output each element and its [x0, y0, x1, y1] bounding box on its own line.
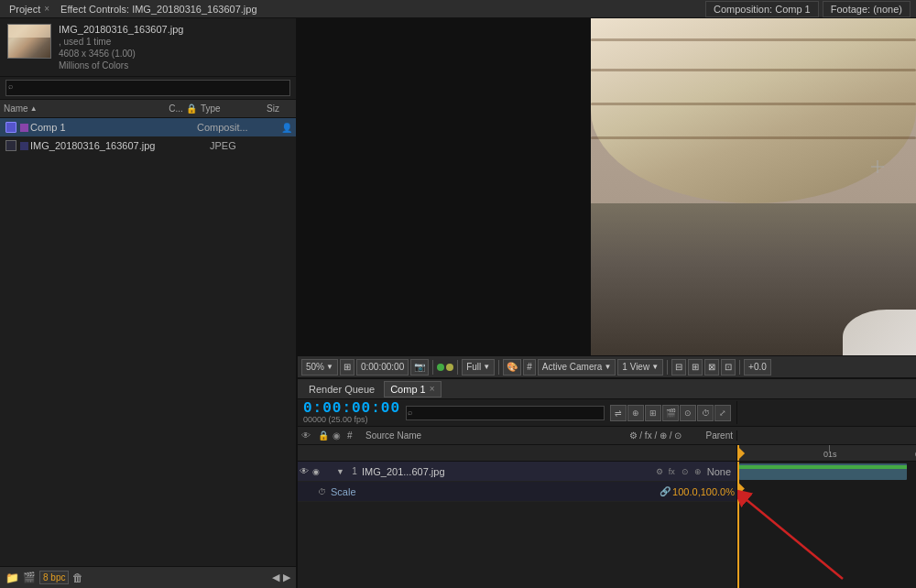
crosshair-marker	[871, 160, 884, 173]
item-color-swatch	[20, 124, 28, 132]
file-dimensions-label: 4608 x 3456 (1.00)	[59, 49, 183, 59]
footage-tab-header: Footage: (none)	[823, 1, 911, 17]
snapshot-btn[interactable]: 📷	[410, 359, 429, 376]
layer-fx-icon[interactable]: fx	[669, 467, 682, 476]
effect-controls-tab[interactable]: Effect Controls: IMG_20180316_163607.jpg	[57, 2, 260, 16]
comp-tab-close[interactable]: ×	[430, 384, 435, 394]
new-comp-icon[interactable]: 🎬	[23, 572, 36, 583]
num-col-header: #	[347, 430, 362, 441]
size-col-header: Siz	[267, 103, 292, 114]
timeline-columns-header: 👁 🔒 ◉ # Source Name ⚙ / fx / ⊕ / ⊙ Paren…	[298, 427, 916, 445]
property-name: Scale	[331, 486, 658, 497]
comp-layout-btns2[interactable]: ⊞	[688, 359, 703, 376]
quality-dropdown[interactable]: Full ▼	[462, 359, 495, 376]
list-item[interactable]: Comp 1 Composit... 👤	[0, 118, 296, 136]
project-bottom-bar: 📁 🎬 8 bpc 🗑 ◀ ▶	[0, 566, 296, 588]
search-icon: ⌕	[8, 82, 13, 91]
next-arrow-icon[interactable]: ▶	[283, 572, 290, 583]
viewer-canvas	[298, 18, 916, 355]
timeline-header-row: 0:00:00:00 00000 (25.00 fps) ⌕ ⇌ ⊕ ⊞	[298, 399, 916, 427]
search-input[interactable]	[5, 80, 290, 96]
tl-tool-icon1[interactable]: ⇌	[610, 405, 627, 421]
eye-icon[interactable]: 👁	[300, 466, 312, 476]
tl-tool-icon2[interactable]: ⊕	[627, 405, 644, 421]
jpeg-color-swatch	[20, 142, 28, 150]
composition-tab-header: Composition: Comp 1	[705, 1, 819, 17]
view-arrow-icon: ▼	[651, 363, 659, 371]
tl-tool-icon4[interactable]: 🎬	[662, 405, 679, 421]
layer-name: IMG_201...607.jpg	[362, 466, 656, 477]
grid-overlay-btn[interactable]: #	[523, 359, 536, 376]
comp-timeline-tab[interactable]: Comp 1 ×	[384, 381, 441, 397]
type-col-header: Type	[201, 103, 267, 114]
tl-tool-icon5[interactable]: ⊙	[680, 405, 696, 421]
yellow-dot	[446, 364, 453, 371]
quality-arrow-icon: ▼	[483, 363, 490, 371]
svg-line-0	[740, 495, 843, 579]
exposure-control[interactable]: +0.0	[744, 359, 771, 376]
file-thumbnail	[7, 24, 51, 59]
list-item[interactable]: IMG_20180316_163607.jpg JPEG	[0, 136, 296, 155]
resolution-dropdown[interactable]: 0:00:00:00	[356, 359, 409, 376]
view-layout-dropdown[interactable]: 1 View ▼	[617, 359, 663, 376]
view-type-btn[interactable]: ⊡	[721, 359, 736, 376]
fx-col-header: ⚙ / fx / ⊕ / ⊙	[629, 430, 703, 441]
property-stopwatch-icon[interactable]: ⏱	[318, 487, 331, 496]
project-tab[interactable]: Project	[5, 2, 44, 16]
ruler-label-0: 01s	[823, 450, 837, 459]
timeline-search-input[interactable]	[406, 406, 605, 420]
layer-adj-icon[interactable]: ⊕	[694, 467, 707, 476]
green-track-bar	[739, 465, 907, 469]
timeline-ruler: 01s 02s 03s 04s 05s	[298, 445, 916, 462]
tl-tool-icon6[interactable]: ⏱	[697, 405, 714, 421]
jpeg-item-type: JPEG	[210, 140, 276, 151]
tl-tool-icon7[interactable]: ⤢	[714, 405, 731, 421]
comp-item-icon	[4, 120, 18, 135]
bpc-badge[interactable]: 8 bpc	[39, 571, 69, 584]
lock-col-icon: 🔒	[318, 430, 329, 441]
render-queue-tab[interactable]: Render Queue	[303, 382, 380, 397]
fit-to-comp-btn[interactable]: ⊞	[340, 359, 354, 376]
layer-row[interactable]: 👁 ◉ ▼ 1 IMG_201...607.jpg ⚙ fx	[298, 462, 736, 482]
project-list-header: Name ▲ C... 🔒 Type Siz	[0, 100, 296, 118]
composition-viewer: 50% ▼ ⊞ 0:00:00:00 📷 Full ▼	[298, 18, 916, 377]
eye-col-icon: 👁	[301, 430, 314, 441]
delete-icon[interactable]: 🗑	[72, 572, 83, 584]
project-tab-close[interactable]: ×	[44, 4, 49, 14]
c-col-header: C...	[166, 103, 186, 114]
layer-switches-icon[interactable]: ⚙	[656, 467, 669, 476]
timeline-tracks-area: 👁 ◉ ▼ 1 IMG_201...607.jpg ⚙ fx	[298, 462, 916, 588]
project-list: Comp 1 Composit... 👤 IMG_20180316_163607…	[0, 118, 296, 566]
camera-arrow-icon: ▼	[604, 363, 611, 371]
camera-dropdown[interactable]: Active Camera ▼	[538, 359, 616, 376]
comp-layout-btns[interactable]: ⊟	[671, 359, 686, 376]
keyframe-diamond[interactable]	[737, 483, 745, 495]
zoom-arrow-icon: ▼	[326, 363, 333, 371]
channel-btn[interactable]: 🎨	[503, 359, 521, 376]
layer-bar[interactable]	[739, 463, 907, 480]
srcname-col-header: Source Name	[365, 430, 626, 441]
property-row[interactable]: ⏱ Scale 🔗 100.0,100.0%	[298, 482, 736, 502]
layer-motion-icon[interactable]: ⊙	[682, 467, 694, 476]
lock-col-header: 🔒	[186, 103, 201, 114]
name-col-header: Name	[4, 103, 28, 114]
expand-arrow-icon[interactable]: ▼	[336, 467, 347, 476]
timeline-timecode[interactable]: 0:00:00:00	[303, 401, 400, 416]
parent-col-header: Parent	[706, 430, 733, 441]
timeline-tab-bar: Render Queue Comp 1 ×	[298, 379, 916, 399]
solo-icon[interactable]: ◉	[312, 467, 323, 476]
new-folder-icon[interactable]: 📁	[5, 572, 19, 584]
file-colors-label: Millions of Colors	[59, 60, 183, 71]
comp-preview-image	[591, 18, 916, 355]
search-section: ⌕	[0, 77, 296, 100]
viewer-toolbar: 50% ▼ ⊞ 0:00:00:00 📷 Full ▼	[298, 355, 916, 377]
prev-arrow-icon[interactable]: ◀	[272, 572, 279, 583]
tl-tool-icon3[interactable]: ⊞	[645, 405, 661, 421]
zoom-dropdown[interactable]: 50% ▼	[301, 359, 338, 376]
property-link-icon: 🔗	[658, 486, 672, 496]
layer-number: 1	[347, 466, 362, 476]
comp-item-name: Comp 1	[30, 122, 157, 133]
property-value[interactable]: 100.0,100.0%	[672, 486, 735, 497]
sort-arrow-icon: ▲	[30, 104, 38, 113]
comp-layout-btns3[interactable]: ⊠	[704, 359, 719, 376]
